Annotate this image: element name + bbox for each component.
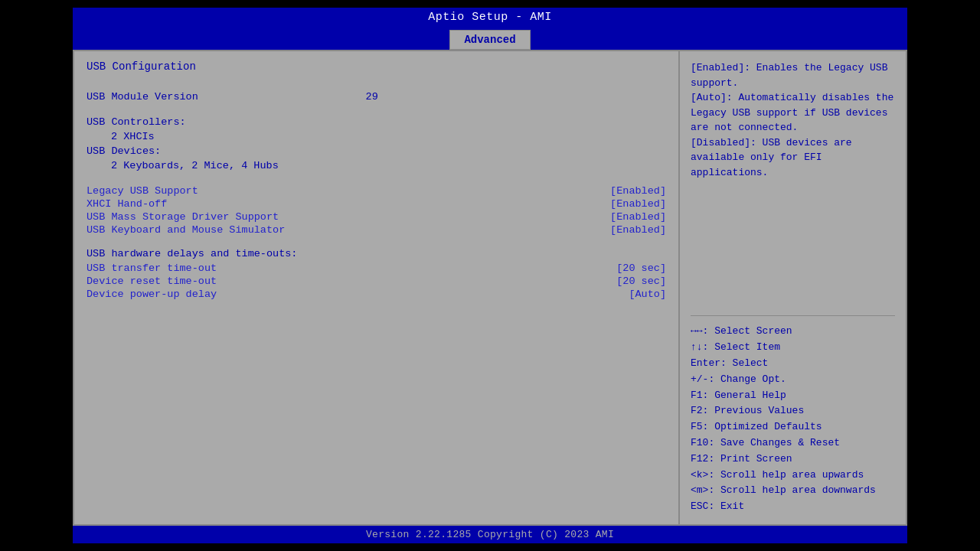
- setting-row[interactable]: Legacy USB Support[Enabled]: [87, 185, 666, 197]
- usb-devices-value: 2 Keyboards, 2 Mice, 4 Hubs: [87, 160, 666, 171]
- key-binding-item: F10: Save Changes & Reset: [691, 435, 895, 452]
- delay-value: [20 sec]: [616, 276, 666, 287]
- usb-module-version-row: USB Module Version 29: [87, 91, 666, 103]
- title-bar: Aptio Setup - AMI: [73, 8, 907, 27]
- right-panel: [Enabled]: Enables the Legacy USB suppor…: [680, 51, 906, 524]
- key-binding-item: F12: Print Screen: [691, 452, 895, 468]
- key-binding-item: ESC: Exit: [691, 499, 895, 515]
- divider: [691, 315, 895, 316]
- setting-label: USB Keyboard and Mouse Simulator: [87, 224, 285, 236]
- setting-value: [Enabled]: [610, 211, 666, 223]
- setting-label: Legacy USB Support: [87, 185, 198, 197]
- key-binding-item: Enter: Select: [691, 356, 895, 372]
- section-title: USB Configuration: [87, 60, 666, 73]
- setting-value: [Enabled]: [610, 185, 666, 197]
- key-binding-item: ↑↓: Select Item: [691, 340, 895, 356]
- setting-row[interactable]: XHCI Hand-off[Enabled]: [87, 198, 666, 210]
- key-binding-item: ↔↔: Select Screen: [691, 324, 895, 340]
- delay-value: [20 sec]: [616, 262, 666, 274]
- settings-list: Legacy USB Support[Enabled]XHCI Hand-off…: [87, 185, 666, 236]
- key-binding-item: F1: General Help: [691, 388, 895, 404]
- setting-value: [Enabled]: [610, 198, 666, 210]
- delays-section-label: USB hardware delays and time-outs:: [87, 248, 666, 259]
- setting-row[interactable]: USB Keyboard and Mouse Simulator[Enabled…: [87, 224, 666, 236]
- tab-row: Advanced: [73, 27, 907, 50]
- delay-label: USB transfer time-out: [87, 262, 217, 274]
- key-binding-item: F2: Previous Values: [691, 403, 895, 419]
- delay-setting-row[interactable]: USB transfer time-out[20 sec]: [87, 262, 666, 274]
- usb-module-label: USB Module Version: [87, 91, 198, 103]
- key-help: ↔↔: Select Screen↑↓: Select ItemEnter: S…: [691, 324, 895, 515]
- key-binding-item: <k>: Scroll help area upwards: [691, 468, 895, 484]
- delay-setting-row[interactable]: Device power-up delay[Auto]: [87, 289, 666, 300]
- delay-label: Device power-up delay: [87, 289, 217, 300]
- window-title: Aptio Setup - AMI: [428, 11, 552, 24]
- setting-label: USB Mass Storage Driver Support: [87, 211, 279, 223]
- setting-label: XHCI Hand-off: [87, 198, 167, 210]
- usb-devices-label: USB Devices:: [87, 145, 666, 157]
- tab-advanced[interactable]: Advanced: [449, 30, 530, 50]
- version-text: Version 2.22.1285 Copyright (C) 2023 AMI: [366, 529, 614, 540]
- bottom-bar: Version 2.22.1285 Copyright (C) 2023 AMI: [73, 526, 907, 543]
- setting-value: [Enabled]: [610, 224, 666, 236]
- usb-controllers-label: USB Controllers:: [87, 116, 666, 128]
- setting-row[interactable]: USB Mass Storage Driver Support[Enabled]: [87, 211, 666, 223]
- delay-value: [Auto]: [629, 289, 666, 300]
- usb-controllers-value: 2 XHCIs: [87, 131, 666, 142]
- key-binding-item: <m>: Scroll help area downwards: [691, 483, 895, 499]
- usb-module-value: 29: [366, 91, 378, 103]
- delay-label: Device reset time-out: [87, 276, 217, 287]
- delay-setting-row[interactable]: Device reset time-out[20 sec]: [87, 276, 666, 287]
- left-panel: USB Configuration USB Module Version 29 …: [74, 51, 680, 524]
- delay-settings-list: USB transfer time-out[20 sec]Device rese…: [87, 262, 666, 300]
- key-binding-item: F5: Optimized Defaults: [691, 419, 895, 435]
- key-binding-item: +/-: Change Opt.: [691, 372, 895, 388]
- help-text: [Enabled]: Enables the Legacy USB suppor…: [691, 60, 895, 308]
- main-content: USB Configuration USB Module Version 29 …: [73, 50, 907, 526]
